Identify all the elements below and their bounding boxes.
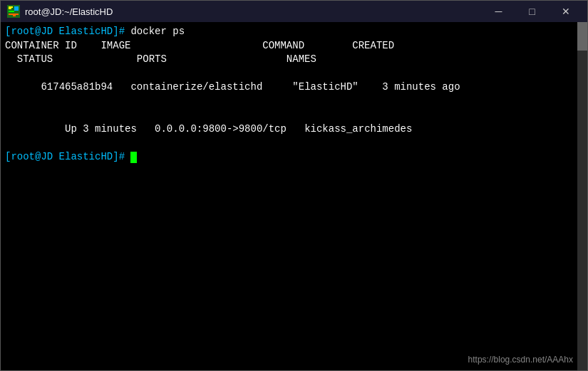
container-row-2: Up 3 minutes 0.0.0.0:9800->9800/tcp kick… [5, 109, 583, 151]
svg-rect-1 [9, 6, 13, 8]
prompt-2: [root@JD ElasticHD]# [5, 151, 130, 162]
minimize-button[interactable]: ─ [483, 1, 515, 22]
app-icon [6, 4, 21, 19]
cursor [130, 152, 137, 163]
header-line-2: STATUS PORTS NAMES [5, 53, 583, 67]
watermark: https://blog.csdn.net/AAAhx [468, 354, 573, 366]
svg-rect-2 [9, 8, 11, 9]
close-button[interactable]: ✕ [550, 1, 582, 22]
svg-rect-3 [9, 11, 14, 12]
terminal-body[interactable]: [root@JD ElasticHD]# docker ps CONTAINER… [1, 22, 587, 370]
scrollbar-thumb[interactable] [577, 22, 587, 51]
svg-rect-4 [14, 6, 19, 11]
scrollbar[interactable] [577, 22, 587, 370]
svg-rect-5 [9, 14, 19, 15]
window-controls: ─ □ ✕ [483, 1, 582, 22]
svg-rect-6 [13, 15, 16, 16]
header-line-1: CONTAINER ID IMAGE COMMAND CREATED [5, 39, 583, 53]
window-title: root@JD:~/ElasticHD [25, 6, 483, 17]
command-line-1: [root@JD ElasticHD]# docker ps [5, 25, 583, 39]
command-line-2: [root@JD ElasticHD]# [5, 150, 583, 164]
maximize-button[interactable]: □ [516, 1, 548, 22]
terminal-window: root@JD:~/ElasticHD ─ □ ✕ [root@JD Elast… [0, 0, 588, 371]
command-1: docker ps [130, 26, 185, 37]
title-bar: root@JD:~/ElasticHD ─ □ ✕ [1, 1, 587, 22]
container-row-1: 617465a81b94 containerize/elastichd "Ela… [5, 67, 583, 109]
prompt-1: [root@JD ElasticHD]# [5, 26, 130, 37]
